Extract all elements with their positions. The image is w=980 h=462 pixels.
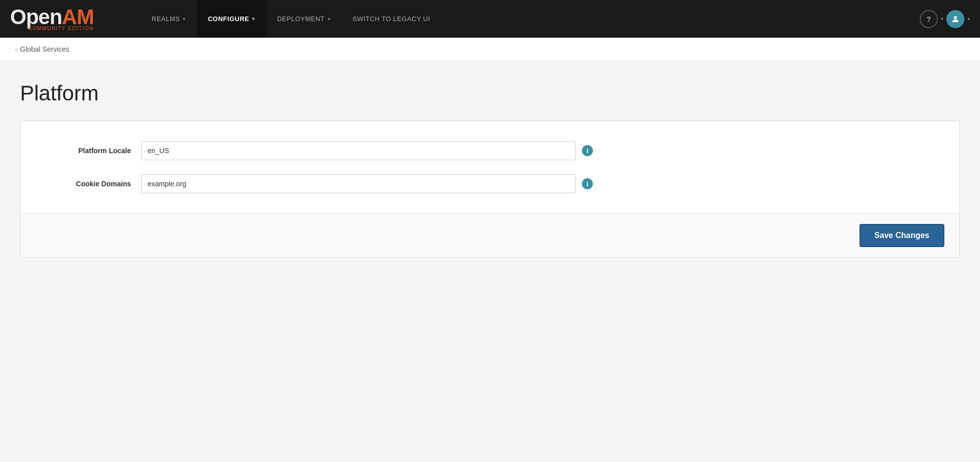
logo: Open AM COMMUNITY EDITION [10,7,126,31]
platform-locale-input-wrap: i [141,141,593,160]
cookie-domains-input-wrap: i [141,174,593,193]
cookie-domains-info-icon[interactable]: i [582,178,593,189]
logo-am-text: AM [62,7,93,28]
help-chevron-icon[interactable]: ▾ [941,16,943,22]
help-button[interactable]: ? [920,10,938,28]
svg-point-0 [954,16,957,19]
save-changes-button[interactable]: Save Changes [860,224,944,247]
form-row-platform-locale: Platform Locale i [41,141,939,160]
user-chevron-icon[interactable]: ▾ [967,16,970,22]
form-footer: Save Changes [21,213,959,257]
form-card: Platform Locale i Cookie Domains i [20,121,960,258]
nav-item-switch-legacy[interactable]: SWITCH TO LEGACY UI [341,0,441,38]
nav-item-realms[interactable]: REALMS ▾ [141,0,197,38]
nav-right: ? ▾ ▾ [920,0,970,38]
main-content: Platform Platform Locale i Cookie Domain… [0,61,980,460]
form-body: Platform Locale i Cookie Domains i [21,121,959,213]
page-title: Platform [20,81,960,105]
chevron-down-icon: ▾ [328,16,331,22]
breadcrumb-link[interactable]: ‹Global Services [15,45,69,53]
navbar: Open AM COMMUNITY EDITION REALMS ▾ CONFI… [0,0,980,38]
platform-locale-info-icon[interactable]: i [582,145,593,156]
logo-open-text: Open [10,7,62,28]
cookie-domains-label: Cookie Domains [41,180,141,188]
chevron-down-icon: ▾ [183,16,186,22]
help-icon: ? [927,15,931,23]
nav-items: REALMS ▾ CONFIGURE ▾ DEPLOYMENT ▾ SWITCH… [141,0,970,38]
logo-subtitle: COMMUNITY EDITION [10,26,94,31]
user-avatar[interactable] [946,10,964,28]
nav-item-deployment[interactable]: DEPLOYMENT ▾ [266,0,341,38]
nav-item-configure[interactable]: CONFIGURE ▾ [197,0,266,38]
platform-locale-input[interactable] [141,141,576,160]
cookie-domains-input[interactable] [141,174,576,193]
breadcrumb-chevron-icon: ‹ [15,46,17,53]
chevron-down-icon: ▾ [252,16,255,22]
form-row-cookie-domains: Cookie Domains i [41,174,939,193]
platform-locale-label: Platform Locale [41,147,141,155]
breadcrumb: ‹Global Services [0,38,980,61]
